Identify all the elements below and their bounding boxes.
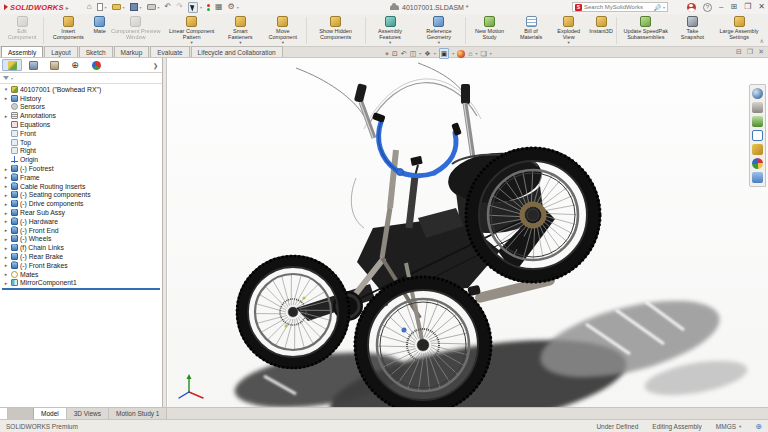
close-button[interactable]: ✕	[758, 2, 765, 12]
show-hidden-components-button[interactable]: Show Hidden Components	[308, 15, 364, 46]
insert-components-button[interactable]: Insert Components	[45, 15, 92, 46]
help-icon[interactable]: ?	[703, 3, 712, 12]
expander-icon[interactable]: ▸	[3, 254, 9, 260]
tree-item-equations[interactable]: Equations	[0, 120, 162, 129]
doc-minimize-button[interactable]: ⊟	[736, 48, 742, 56]
tab-markup[interactable]: Markup	[114, 46, 150, 57]
move-component-button[interactable]: Move Component ▾	[261, 15, 305, 46]
tab-configuration-manager[interactable]	[44, 59, 64, 71]
expander-icon[interactable]: ▸	[3, 262, 9, 268]
previous-view-icon[interactable]: ↶	[401, 49, 407, 58]
expander-icon[interactable]: ▸	[3, 192, 9, 198]
options-gear-icon[interactable]: ⚙	[228, 3, 235, 11]
tree-root[interactable]: ▾ 40107001 ("Bowhead RX")	[0, 85, 162, 94]
tab-display-manager[interactable]	[86, 59, 106, 71]
tree-item-origin[interactable]: Origin	[0, 155, 162, 164]
instant3d-button[interactable]: Instant3D	[587, 15, 615, 46]
tree-item-front-plane[interactable]: Front	[0, 129, 162, 138]
graphics-viewport[interactable]	[168, 58, 768, 407]
tab-property-manager[interactable]	[23, 59, 43, 71]
tree-item-wheels[interactable]: ▸(-) Wheels	[0, 235, 162, 244]
update-speedpak-button[interactable]: Update SpeedPak Subassemblies	[618, 15, 674, 46]
search-input[interactable]: Search MySolidWorks	[584, 4, 651, 10]
take-snapshot-button[interactable]: Take Snapshot	[674, 15, 711, 46]
edit-appearance-icon[interactable]	[457, 50, 465, 58]
assembly-features-button[interactable]: Assembly Features ▾	[366, 15, 413, 46]
zoom-area-icon[interactable]: ⊡	[392, 49, 398, 58]
expander-icon[interactable]: ▸	[3, 236, 9, 242]
tree-item-drive[interactable]: ▸(-) Drive components	[0, 199, 162, 208]
expander-icon[interactable]: ▸	[3, 218, 9, 224]
expander-icon[interactable]: ▸	[3, 280, 9, 286]
tree-item-chain-links[interactable]: ▸(f) Chain Links	[0, 243, 162, 252]
doc-close-button[interactable]: ✕	[758, 48, 764, 56]
panel-splitter[interactable]	[163, 58, 167, 407]
search-icon[interactable]: 🔎	[653, 4, 661, 11]
rebuild-icon[interactable]	[207, 4, 210, 11]
expander-icon[interactable]: ▸	[3, 183, 9, 189]
user-avatar[interactable]	[687, 3, 696, 12]
file-properties-icon[interactable]: ▦	[215, 3, 223, 11]
component-preview-window-button[interactable]: Component Preview Window	[108, 15, 164, 46]
restore-button[interactable]: ❐	[744, 2, 751, 12]
expander-icon[interactable]: ▸	[3, 174, 9, 180]
tree-item-front-brakes[interactable]: ▸(-) Front Brakes	[0, 261, 162, 270]
undo-icon[interactable]: ↶	[165, 3, 172, 11]
menu-expand-arrow[interactable]: ▸	[66, 4, 69, 11]
tree-item-rear-brake[interactable]: ▸(-) Rear Brake	[0, 252, 162, 261]
tree-item-history[interactable]: ▸History	[0, 94, 162, 103]
tab-scroll-grip[interactable]	[8, 408, 34, 419]
rollback-bar[interactable]	[2, 288, 160, 290]
tree-item-sensors[interactable]: Sensors	[0, 103, 162, 112]
tab-evaluate[interactable]: Evaluate	[150, 46, 189, 57]
tree-item-mirror-component[interactable]: ▸MirrorComponent1	[0, 279, 162, 288]
select-cursor-icon[interactable]	[188, 2, 198, 13]
tab-3d-views[interactable]: 3D Views	[67, 408, 109, 419]
window-layout-button[interactable]: ⊞	[730, 2, 737, 12]
tab-lifecycle-collaboration[interactable]: Lifecycle and Collaboration	[191, 46, 283, 57]
print-icon[interactable]	[147, 4, 156, 10]
scenes-icon[interactable]	[752, 158, 763, 169]
open-icon[interactable]	[112, 4, 121, 10]
search-box[interactable]: S Search MySolidWorks 🔎 ▾	[572, 2, 668, 12]
doc-restore-button[interactable]: ❐	[747, 48, 753, 56]
tree-item-rear-sub-assy[interactable]: ▸Rear Sub Assy	[0, 208, 162, 217]
tree-item-frame[interactable]: ▸Frame	[0, 173, 162, 182]
tab-motion-study-1[interactable]: Motion Study 1	[109, 408, 167, 419]
expander-icon[interactable]: ▸	[3, 113, 9, 119]
redo-icon[interactable]: ↷	[176, 3, 183, 11]
tab-feature-manager-tree[interactable]	[2, 59, 22, 71]
minimize-button[interactable]: –	[719, 2, 723, 12]
smart-fasteners-button[interactable]: Smart Fasteners ▾	[220, 15, 261, 46]
tab-assembly[interactable]: Assembly	[1, 46, 43, 57]
section-view-icon[interactable]: ◫	[410, 49, 417, 58]
tree-item-cable-routing[interactable]: ▸Cable Routing Inserts	[0, 182, 162, 191]
reference-geometry-button[interactable]: Reference Geometry ▾	[414, 15, 465, 46]
tree-filter-row[interactable]: ▾	[0, 73, 162, 84]
bill-of-materials-button[interactable]: Bill of Materials	[512, 15, 550, 46]
expander-icon[interactable]: ▸	[3, 227, 9, 233]
tree-item-right-plane[interactable]: Right	[0, 147, 162, 156]
exploded-view-button[interactable]: Exploded View ▾	[550, 15, 587, 46]
display-style-icon[interactable]: ❖	[424, 49, 430, 58]
tab-sketch[interactable]: Sketch	[79, 46, 113, 57]
apply-scene-icon[interactable]: ⌂	[468, 49, 472, 58]
tree-item-top-plane[interactable]: Top	[0, 138, 162, 147]
file-explorer-icon[interactable]	[752, 116, 763, 127]
save-icon[interactable]	[130, 3, 138, 11]
zoom-fit-icon[interactable]: ⌖	[385, 49, 389, 58]
custom-properties-icon[interactable]	[752, 172, 763, 183]
expander-icon[interactable]: ▸	[3, 166, 9, 172]
tree-item-mates[interactable]: ▸Mates	[0, 270, 162, 279]
tab-layout[interactable]: Layout	[44, 46, 78, 57]
expander-icon[interactable]: ▸	[3, 245, 9, 251]
view-orientation-icon[interactable]: ▣	[439, 48, 450, 59]
home-icon[interactable]: ⌂	[87, 3, 92, 11]
expander-icon[interactable]: ▸	[3, 271, 9, 277]
tree-item-annotations[interactable]: ▸Annotations	[0, 111, 162, 120]
expander-icon[interactable]: ▸	[3, 210, 9, 216]
view-palette-icon[interactable]	[752, 130, 763, 141]
tree-item-footrest[interactable]: ▸(-) Footrest	[0, 164, 162, 173]
view-settings-icon[interactable]: ❏	[481, 49, 487, 58]
panel-tabs-overflow-arrow[interactable]: ❯	[153, 62, 160, 69]
